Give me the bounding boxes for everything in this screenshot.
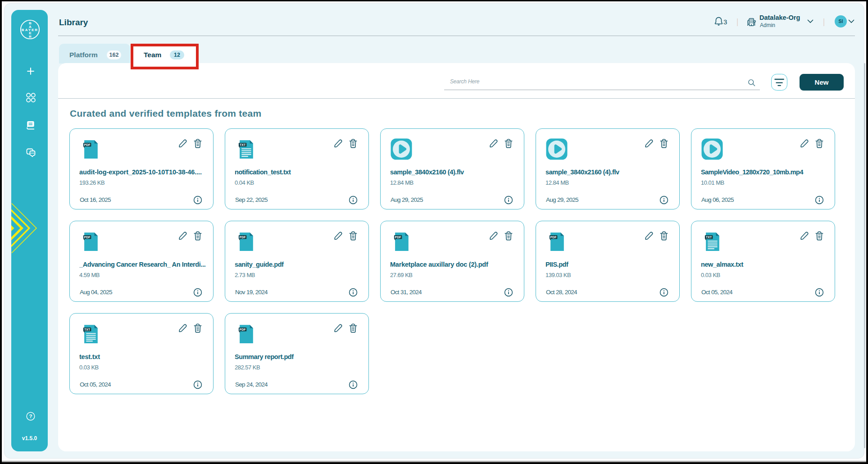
svg-text:PDF: PDF [84,236,90,239]
svg-text:?: ? [29,414,32,419]
svg-text:TXT: TXT [84,328,91,331]
svg-text:PDF: PDF [239,328,245,331]
svg-text:TXT: TXT [706,236,712,239]
svg-text:PDF: PDF [550,236,556,239]
svg-text:PDF: PDF [395,236,401,239]
svg-text:PDF: PDF [84,143,90,146]
svg-text:PDF: PDF [239,236,245,239]
svg-text:R: R [29,35,32,39]
svg-text:A: A [29,25,32,29]
svg-text:TXT: TXT [240,143,246,146]
